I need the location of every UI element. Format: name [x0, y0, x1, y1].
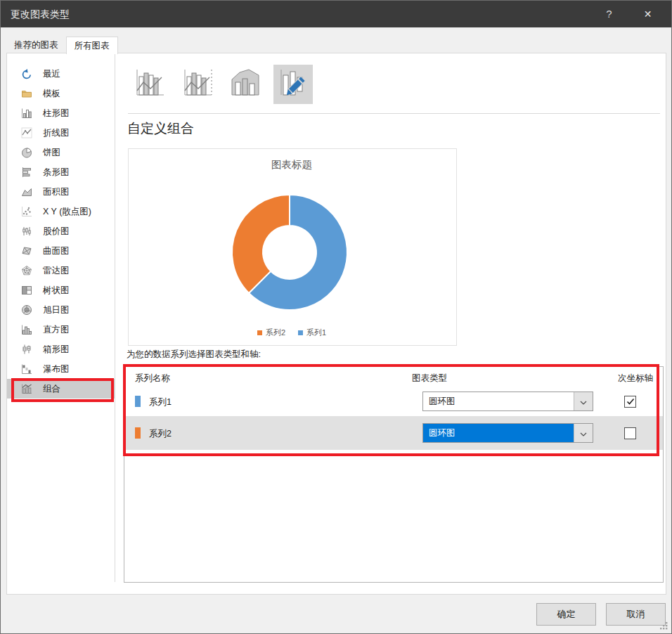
column-header-series-name: 系列名称 — [135, 373, 170, 384]
titlebar: 更改图表类型 ? ✕ — [1, 1, 671, 27]
sidebar-item-treemap[interactable]: 树状图 — [7, 280, 115, 300]
sidebar-item-label: 股价图 — [43, 226, 70, 238]
sidebar-item-label: X Y (散点图) — [43, 206, 91, 218]
sunburst-icon — [21, 304, 32, 316]
line-icon — [21, 127, 32, 138]
checkmark-icon — [626, 396, 635, 408]
close-icon: ✕ — [644, 8, 652, 20]
column-icon — [21, 108, 32, 119]
cancel-button[interactable]: 取消 — [606, 603, 666, 626]
chart-title: 图表标题 — [129, 158, 455, 172]
chart-type-dropdown[interactable]: 圆环图 — [422, 392, 593, 411]
series-swatch — [135, 396, 141, 407]
custom-combination-icon — [277, 68, 309, 101]
series-name: 系列1 — [149, 396, 172, 408]
column-header-chart-type: 图表类型 — [412, 373, 447, 384]
treemap-icon — [21, 285, 32, 296]
legend-item: 系列2 — [257, 328, 285, 338]
sidebar-item-column[interactable]: 柱形图 — [7, 103, 115, 123]
sidebar-item-combo[interactable]: 组合 — [7, 379, 115, 399]
series-row: 系列2圆环图 — [124, 416, 663, 450]
tab-recommended-charts[interactable]: 推荐的图表 — [6, 37, 66, 53]
subtype-clustered-column-line-button[interactable] — [130, 65, 169, 104]
chevron-down-icon — [580, 427, 587, 439]
sidebar-item-label: 箱形图 — [43, 344, 70, 356]
tab-all-charts[interactable]: 所有图表 — [66, 37, 118, 54]
sidebar-item-label: 模板 — [43, 88, 60, 100]
section-title: 自定义组合 — [127, 119, 194, 138]
sidebar-item-bar[interactable]: 条形图 — [7, 162, 115, 182]
sidebar-item-label: 雷达图 — [43, 265, 70, 277]
legend-item: 系列1 — [298, 328, 326, 338]
series-name: 系列2 — [149, 428, 172, 440]
tab-strip: 推荐的图表 所有图表 — [6, 36, 118, 53]
change-chart-type-dialog: 更改图表类型 ? ✕ 推荐的图表 所有图表 最近模板柱形图折线图饼图条形图面积图… — [0, 0, 672, 634]
sidebar-item-label: 树状图 — [43, 285, 70, 297]
clustered-column-line-secondary-icon — [181, 68, 214, 101]
series-row: 系列1圆环图 — [124, 387, 663, 416]
resize-grip[interactable] — [659, 621, 668, 630]
radar-icon — [21, 265, 32, 276]
subtype-stacked-area-clustered-column-button[interactable] — [226, 65, 265, 104]
sidebar-item-label: 饼图 — [43, 147, 60, 159]
sidebar-item-pie[interactable]: 饼图 — [7, 143, 115, 162]
series-table: 系列名称 图表类型 次坐标轴 系列1圆环图系列2圆环图 — [124, 366, 664, 583]
chart-preview: 图表标题 系列2系列1 — [128, 148, 457, 346]
templates-icon — [21, 88, 32, 99]
sidebar-item-label: 直方图 — [43, 324, 70, 336]
sidebar-item-recent[interactable]: 最近 — [7, 64, 115, 84]
chart-type-dropdown[interactable]: 圆环图 — [422, 423, 593, 443]
sidebar-item-label: 旭日图 — [43, 304, 70, 316]
sidebar-item-box-whisker[interactable]: 箱形图 — [7, 339, 115, 359]
stock-icon — [21, 226, 32, 237]
divider — [128, 113, 660, 114]
chart-type-value: 圆环图 — [423, 424, 574, 442]
secondary-axis-checkbox[interactable] — [624, 427, 636, 439]
sidebar-item-radar[interactable]: 雷达图 — [7, 261, 115, 280]
bar-icon — [21, 167, 32, 178]
legend-label: 系列2 — [266, 328, 285, 338]
doughnut-chart — [127, 149, 456, 347]
sidebar-item-label: 面积图 — [43, 186, 70, 198]
secondary-axis-checkbox[interactable] — [624, 396, 636, 408]
sidebar-item-label: 瀑布图 — [43, 363, 70, 375]
sidebar-item-waterfall[interactable]: 瀑布图 — [7, 359, 115, 379]
sidebar-item-area[interactable]: 面积图 — [7, 182, 115, 202]
sidebar-item-stock[interactable]: 股价图 — [7, 221, 115, 241]
histogram-icon — [21, 324, 32, 335]
ok-button[interactable]: 确定 — [536, 603, 596, 626]
sidebar-item-label: 折线图 — [43, 127, 70, 139]
stacked-area-clustered-column-icon — [229, 68, 261, 101]
column-header-secondary-axis: 次坐标轴 — [618, 373, 653, 384]
sidebar-item-templates[interactable]: 模板 — [7, 84, 115, 103]
sidebar-item-sunburst[interactable]: 旭日图 — [7, 300, 115, 320]
sidebar-item-label: 柱形图 — [43, 108, 70, 119]
sidebar-item-label: 曲面图 — [43, 245, 70, 257]
combo-subtype-row — [130, 65, 313, 104]
waterfall-icon — [21, 363, 32, 375]
legend-label: 系列1 — [306, 328, 326, 338]
dropdown-arrow-button[interactable] — [574, 392, 593, 410]
close-button[interactable]: ✕ — [632, 1, 664, 27]
subtype-custom-combination-button[interactable] — [273, 65, 313, 104]
combo-icon — [21, 383, 32, 394]
xy-scatter-icon — [21, 206, 32, 217]
series-prompt: 为您的数据系列选择图表类型和轴: — [127, 349, 261, 361]
pie-icon — [21, 147, 32, 158]
surface-icon — [21, 245, 32, 257]
sidebar-item-surface[interactable]: 曲面图 — [7, 241, 115, 261]
all-charts-page: 最近模板柱形图折线图饼图条形图面积图X Y (散点图)股价图曲面图雷达图树状图旭… — [6, 53, 666, 595]
sidebar-item-histogram[interactable]: 直方图 — [7, 320, 115, 339]
sidebar-item-xy-scatter[interactable]: X Y (散点图) — [7, 202, 115, 221]
dropdown-arrow-button[interactable] — [574, 424, 593, 442]
legend-swatch — [298, 330, 303, 335]
help-button[interactable]: ? — [593, 1, 625, 27]
subtype-clustered-column-line-secondary-button[interactable] — [178, 65, 217, 104]
area-icon — [21, 186, 32, 198]
sidebar-item-label: 组合 — [43, 383, 60, 395]
recent-icon — [21, 68, 32, 79]
box-whisker-icon — [21, 344, 32, 355]
chart-type-list: 最近模板柱形图折线图饼图条形图面积图X Y (散点图)股价图曲面图雷达图树状图旭… — [7, 53, 115, 582]
sidebar-item-line[interactable]: 折线图 — [7, 123, 115, 143]
chevron-down-icon — [580, 395, 587, 408]
